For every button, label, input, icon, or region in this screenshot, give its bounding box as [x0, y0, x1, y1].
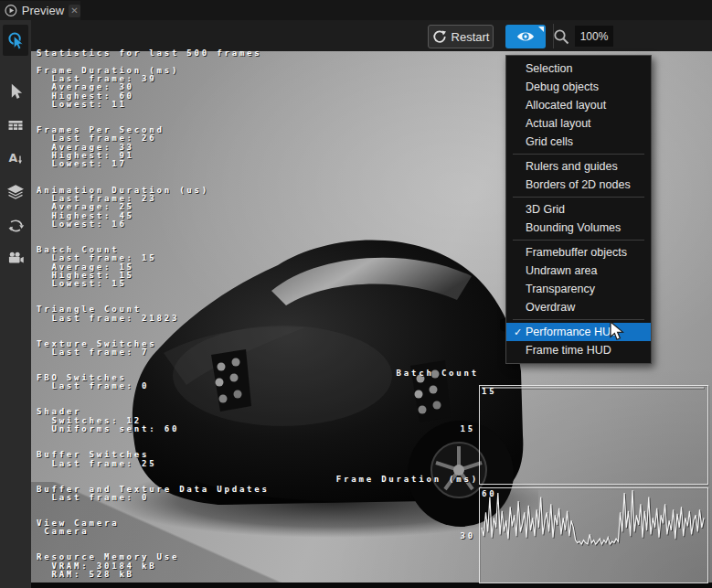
grid-tool-button[interactable] — [3, 112, 28, 138]
menu-item-frame-time-hud[interactable]: Frame time HUD — [506, 341, 651, 359]
menu-item-label: Overdraw — [526, 301, 575, 314]
menu-item-transparency[interactable]: Transparency — [506, 280, 651, 298]
svg-text:A: A — [9, 151, 18, 165]
video-camera-icon — [6, 249, 25, 267]
batch-count-graph-title: Batch Count — [214, 369, 479, 378]
frame-duration-axis-label: 30 — [430, 531, 475, 540]
batch-count-graph — [479, 385, 708, 485]
eye-icon — [515, 29, 536, 44]
menu-item-rulers-and-guides[interactable]: Rulers and guides — [506, 157, 651, 176]
menu-item-label: Grid cells — [526, 135, 573, 148]
menu-item-label: Bounding Volumes — [526, 221, 621, 234]
menu-separator — [513, 240, 644, 241]
menu-item-selection[interactable]: Selection — [506, 59, 651, 78]
curved-arrow-icon — [6, 217, 25, 235]
menu-item-label: Transparency — [526, 283, 595, 295]
preview-window: Preview ✕ — [0, 0, 712, 588]
preview-toolbar: Restart 100% — [31, 20, 712, 51]
text-tool-button[interactable]: A — [3, 145, 28, 171]
mouse-cursor — [609, 321, 627, 342]
menu-item-label: Borders of 2D nodes — [526, 178, 631, 191]
tab-preview[interactable]: Preview ✕ — [0, 1, 80, 20]
restart-label: Restart — [452, 30, 490, 44]
menu-item-borders-of-2d-nodes[interactable]: Borders of 2D nodes — [506, 176, 651, 194]
text-a-icon: A — [6, 149, 25, 167]
connections-tool-button[interactable] — [3, 213, 28, 239]
select-tool-button[interactable] — [3, 79, 28, 104]
menu-item-label: Allocated layout — [526, 99, 606, 112]
checkmark-icon: ✓ — [510, 326, 526, 338]
tab-close-icon[interactable]: ✕ — [69, 5, 80, 17]
menu-separator — [513, 319, 644, 320]
interact-cursor-icon — [5, 30, 26, 50]
frame-duration-max-label: 60 — [482, 489, 496, 498]
frame-duration-graph — [479, 487, 708, 583]
arrow-cursor-icon — [6, 82, 25, 101]
grid-icon — [6, 116, 25, 134]
menu-item-actual-layout[interactable]: Actual layout — [506, 114, 651, 133]
menu-item-label: Undrawn area — [526, 264, 598, 277]
batch-count-max-label: 15 — [482, 387, 496, 396]
menu-item-overdraw[interactable]: Overdraw — [506, 298, 651, 316]
menu-item-undrawn-area[interactable]: Undrawn area — [506, 262, 651, 280]
visualizations-button[interactable] — [505, 25, 546, 48]
menu-item-3d-grid[interactable]: 3D Grid — [506, 200, 651, 219]
menu-item-label: Actual layout — [526, 117, 591, 130]
menu-item-framebuffer-objects[interactable]: Framebuffer objects — [506, 243, 651, 262]
menu-item-label: Selection — [526, 62, 572, 75]
camera-tool-button[interactable] — [3, 245, 28, 271]
menu-item-label: Framebuffer objects — [526, 246, 627, 259]
menu-separator — [513, 197, 644, 198]
menu-item-label: Debug objects — [526, 80, 599, 93]
tab-bar: Preview ✕ — [0, 0, 712, 20]
menu-item-label: Frame time HUD — [526, 344, 611, 357]
layers-icon — [6, 183, 25, 201]
performance-hud-text: Statistics for last 500 frames Frame Dur… — [37, 49, 270, 579]
menu-item-label: Rulers and guides — [526, 160, 618, 173]
menu-item-performance-hud[interactable]: ✓Performance HUD — [506, 323, 651, 341]
zoom-magnifier-icon — [552, 27, 570, 46]
zoom-level-value[interactable]: 100% — [575, 26, 613, 47]
restart-button[interactable]: Restart — [428, 25, 494, 48]
menu-item-label: 3D Grid — [526, 203, 565, 216]
play-circle-icon — [5, 4, 17, 17]
layers-tool-button[interactable] — [3, 179, 28, 205]
menu-separator — [513, 154, 644, 155]
menu-item-grid-cells[interactable]: Grid cells — [506, 133, 651, 151]
tool-sidebar: A — [0, 20, 31, 588]
frame-duration-graph-title: Frame Duration (ms) — [214, 475, 479, 484]
menu-item-allocated-layout[interactable]: Allocated layout — [506, 96, 651, 114]
visualizations-menu: SelectionDebug objectsAllocated layoutAc… — [505, 55, 652, 364]
menu-item-debug-objects[interactable]: Debug objects — [506, 78, 651, 96]
interact-tool-button[interactable] — [3, 25, 28, 56]
batch-count-axis-label: 15 — [430, 424, 475, 433]
tab-title: Preview — [22, 4, 64, 17]
menu-item-label: Performance HUD — [526, 326, 619, 338]
dropdown-corner-icon — [538, 27, 544, 32]
restart-icon — [432, 29, 447, 44]
menu-item-bounding-volumes[interactable]: Bounding Volumes — [506, 219, 651, 237]
